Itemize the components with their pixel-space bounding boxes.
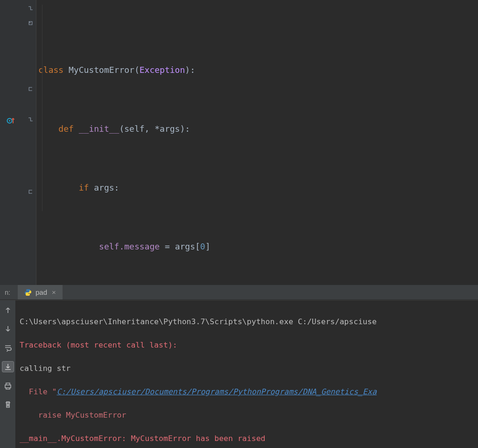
editor-gutter	[0, 0, 36, 285]
method-override-icon[interactable]	[7, 116, 15, 126]
scroll-to-end-button[interactable]	[2, 361, 14, 372]
fold-marker-str-end[interactable]	[28, 189, 34, 195]
console-traceback-header: Traceback (most recent call last):	[20, 341, 177, 349]
punct: (	[134, 65, 140, 75]
fold-marker-init-end[interactable]	[28, 86, 34, 92]
run-panel-header: n: pad ×	[0, 285, 478, 300]
fold-marker-str[interactable]	[28, 117, 34, 122]
console-file-link[interactable]: C:/Users/apsciuser/Documents/Programs/Py…	[56, 387, 376, 396]
console-line: __main__.MyCustomError: MyCustomError ha…	[20, 433, 478, 444]
console-error-line: __main__.MyCustomError: MyCustomError ha…	[20, 434, 266, 443]
code-content[interactable]: class MyCustomError(Exception): def __in…	[36, 0, 478, 285]
scroll-up-button[interactable]	[3, 305, 13, 315]
keyword-if: if	[38, 183, 94, 192]
console-line: Traceback (most recent call last):	[20, 339, 478, 351]
code-line[interactable]: def __init__(self, *args):	[38, 121, 478, 136]
run-panel: C:\Users\apsciuser\Inheritance\Python3.7…	[0, 300, 478, 448]
run-panel-container: n: pad ×	[0, 285, 478, 448]
console-line: raise MyCustomError	[20, 409, 478, 421]
params: (self, *args):	[119, 124, 190, 134]
fold-marker-class-open[interactable]	[28, 6, 34, 11]
keyword-class: class	[38, 65, 69, 75]
punct: ]	[205, 242, 211, 251]
identifier: args	[175, 242, 195, 251]
print-button[interactable]	[3, 381, 13, 391]
attr: .message	[119, 242, 165, 251]
fold-marker-init[interactable]	[28, 21, 34, 26]
identifier: args	[94, 183, 114, 192]
soft-wrap-button[interactable]	[3, 342, 13, 353]
delete-button[interactable]	[3, 399, 13, 410]
keyword-def: def	[38, 124, 79, 134]
console-line: calling str	[20, 363, 478, 374]
run-tab-label: pad	[35, 288, 47, 296]
console-raise-line: raise MyCustomError	[20, 411, 126, 420]
console-stdout: calling str	[20, 364, 70, 373]
console-line: C:\Users\apsciuser\Inheritance\Python3.7…	[20, 316, 478, 327]
code-editor[interactable]: class MyCustomError(Exception): def __in…	[0, 0, 478, 285]
punct: [	[195, 242, 200, 251]
class-name: MyCustomError	[69, 65, 134, 75]
python-file-icon	[24, 289, 32, 296]
punct: =	[165, 242, 175, 251]
console-output[interactable]: C:\Users\apsciuser\Inheritance\Python3.7…	[16, 300, 478, 448]
self: self	[38, 242, 119, 251]
close-tab-icon[interactable]: ×	[52, 288, 56, 296]
console-line: File "C:/Users/apsciuser/Documents/Progr…	[20, 386, 478, 398]
console-exe-path: C:\Users\apsciuser\Inheritance\Python3.7…	[20, 317, 377, 326]
svg-point-1	[9, 120, 10, 121]
punct: :	[114, 183, 120, 192]
console-file-label: File	[20, 387, 52, 396]
code-line[interactable]: class MyCustomError(Exception):	[38, 63, 478, 78]
run-side-toolbar	[0, 300, 16, 448]
superclass: Exception	[140, 65, 185, 75]
run-tool-window-label: n:	[0, 289, 11, 296]
method-name: __init__	[79, 124, 120, 134]
run-tab[interactable]: pad ×	[18, 285, 63, 299]
code-line[interactable]: if args:	[38, 180, 478, 195]
punct: ):	[185, 65, 195, 75]
code-line[interactable]: self.message = args[0]	[38, 239, 478, 254]
number: 0	[200, 242, 205, 251]
scroll-down-button[interactable]	[3, 324, 13, 334]
